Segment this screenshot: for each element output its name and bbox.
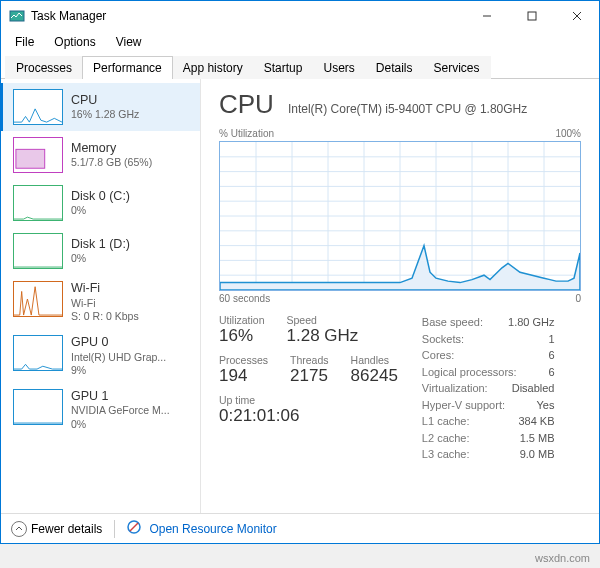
sidebar-item-wifi[interactable]: Wi-Fi Wi-Fi S: 0 R: 0 Kbps	[1, 275, 200, 329]
sidebar-label: Wi-Fi	[71, 281, 139, 297]
tab-details[interactable]: Details	[365, 56, 424, 79]
chart-label-60s: 60 seconds	[219, 293, 270, 304]
spec-key: Base speed:	[422, 314, 483, 331]
cpu-utilization-chart[interactable]	[219, 141, 581, 291]
sidebar-sub2: S: 0 R: 0 Kbps	[71, 310, 139, 323]
disk1-thumb-icon	[13, 233, 63, 269]
spec-key: Virtualization:	[422, 380, 488, 397]
spec-row: L1 cache:384 KB	[422, 413, 555, 430]
spec-row: Base speed:1.80 GHz	[422, 314, 555, 331]
separator	[114, 520, 115, 538]
spec-key: L2 cache:	[422, 430, 470, 447]
stat-handles: 86245	[351, 366, 398, 386]
cpu-thumb-icon	[13, 89, 63, 125]
sidebar-sub: 16% 1.28 GHz	[71, 108, 139, 121]
spec-value: 9.0 MB	[520, 446, 555, 463]
svg-line-27	[130, 523, 138, 531]
memory-thumb-icon	[13, 137, 63, 173]
stat-label: Speed	[287, 314, 359, 326]
stat-threads: 2175	[290, 366, 329, 386]
sidebar-item-cpu[interactable]: CPU 16% 1.28 GHz	[1, 83, 200, 131]
spec-value: 384 KB	[518, 413, 554, 430]
footer: Fewer details Open Resource Monitor	[1, 513, 599, 543]
detail-heading: CPU	[219, 89, 274, 120]
menu-file[interactable]: File	[7, 33, 42, 51]
gpu1-thumb-icon	[13, 389, 63, 425]
sidebar-label: Memory	[71, 141, 152, 157]
tab-app-history[interactable]: App history	[172, 56, 254, 79]
tab-services[interactable]: Services	[423, 56, 491, 79]
tab-processes[interactable]: Processes	[5, 56, 83, 79]
spec-key: L3 cache:	[422, 446, 470, 463]
sidebar-item-gpu0[interactable]: GPU 0 Intel(R) UHD Grap... 9%	[1, 329, 200, 383]
stat-label: Handles	[351, 354, 398, 366]
maximize-button[interactable]	[509, 1, 554, 31]
spec-key: Hyper-V support:	[422, 397, 505, 414]
tab-startup[interactable]: Startup	[253, 56, 314, 79]
resource-monitor-icon	[127, 520, 141, 537]
stat-uptime: 0:21:01:06	[219, 406, 299, 426]
spec-value: 6	[548, 364, 554, 381]
window-buttons	[464, 1, 599, 31]
spec-row: L2 cache:1.5 MB	[422, 430, 555, 447]
spec-key: Cores:	[422, 347, 454, 364]
sidebar-item-disk0[interactable]: Disk 0 (C:) 0%	[1, 179, 200, 227]
sidebar-sub: 5.1/7.8 GB (65%)	[71, 156, 152, 169]
spec-row: L3 cache:9.0 MB	[422, 446, 555, 463]
sidebar-label: Disk 0 (C:)	[71, 189, 130, 205]
minimize-button[interactable]	[464, 1, 509, 31]
chart-label-100: 100%	[555, 128, 581, 139]
app-icon	[9, 8, 25, 24]
spec-row: Sockets:1	[422, 331, 555, 348]
stat-label: Threads	[290, 354, 329, 366]
sidebar-item-disk1[interactable]: Disk 1 (D:) 0%	[1, 227, 200, 275]
menubar: File Options View	[1, 31, 599, 53]
spec-value: 1.80 GHz	[508, 314, 554, 331]
tab-users[interactable]: Users	[312, 56, 365, 79]
sidebar-label: GPU 1	[71, 389, 170, 405]
svg-rect-5	[16, 149, 45, 168]
close-button[interactable]	[554, 1, 599, 31]
cpu-specs: Base speed:1.80 GHzSockets:1Cores:6Logic…	[422, 314, 555, 463]
cpu-model: Intel(R) Core(TM) i5-9400T CPU @ 1.80GHz	[288, 102, 527, 116]
chart-label-utilization: % Utilization	[219, 128, 274, 139]
detail-panel: CPU Intel(R) Core(TM) i5-9400T CPU @ 1.8…	[201, 79, 599, 513]
content-area: CPU 16% 1.28 GHz Memory 5.1/7.8 GB (65%)	[1, 79, 599, 513]
sidebar-sub2: 9%	[71, 364, 166, 377]
spec-row: Cores:6	[422, 347, 555, 364]
tabbar: Processes Performance App history Startu…	[1, 53, 599, 79]
task-manager-window: Task Manager File Options View Processes…	[0, 0, 600, 544]
spec-row: Hyper-V support:Yes	[422, 397, 555, 414]
sidebar-item-gpu1[interactable]: GPU 1 NVIDIA GeForce M... 0%	[1, 383, 200, 437]
titlebar[interactable]: Task Manager	[1, 1, 599, 31]
spec-key: Logical processors:	[422, 364, 517, 381]
menu-options[interactable]: Options	[46, 33, 103, 51]
sidebar-sub: 0%	[71, 204, 130, 217]
sidebar[interactable]: CPU 16% 1.28 GHz Memory 5.1/7.8 GB (65%)	[1, 79, 201, 513]
stats-area: Utilization 16% Speed 1.28 GHz Processes…	[219, 314, 581, 463]
open-resource-monitor-link[interactable]: Open Resource Monitor	[149, 522, 276, 536]
stat-speed: 1.28 GHz	[287, 326, 359, 346]
sidebar-label: CPU	[71, 93, 139, 109]
stat-label: Up time	[219, 394, 299, 406]
sidebar-sub2: 0%	[71, 418, 170, 431]
spec-value: Disabled	[512, 380, 555, 397]
sidebar-label: GPU 0	[71, 335, 166, 351]
watermark: wsxdn.com	[535, 552, 590, 564]
menu-view[interactable]: View	[108, 33, 150, 51]
sidebar-sub: NVIDIA GeForce M...	[71, 404, 170, 417]
chevron-up-icon[interactable]	[11, 521, 27, 537]
tab-performance[interactable]: Performance	[82, 56, 173, 79]
stat-processes: 194	[219, 366, 268, 386]
window-title: Task Manager	[31, 9, 464, 23]
spec-key: Sockets:	[422, 331, 464, 348]
spec-value: Yes	[537, 397, 555, 414]
fewer-details-button[interactable]: Fewer details	[31, 522, 102, 536]
spec-value: 1	[548, 331, 554, 348]
spec-row: Virtualization:Disabled	[422, 380, 555, 397]
sidebar-sub: 0%	[71, 252, 130, 265]
chart-label-0: 0	[575, 293, 581, 304]
spec-key: L1 cache:	[422, 413, 470, 430]
stat-label: Utilization	[219, 314, 265, 326]
sidebar-item-memory[interactable]: Memory 5.1/7.8 GB (65%)	[1, 131, 200, 179]
